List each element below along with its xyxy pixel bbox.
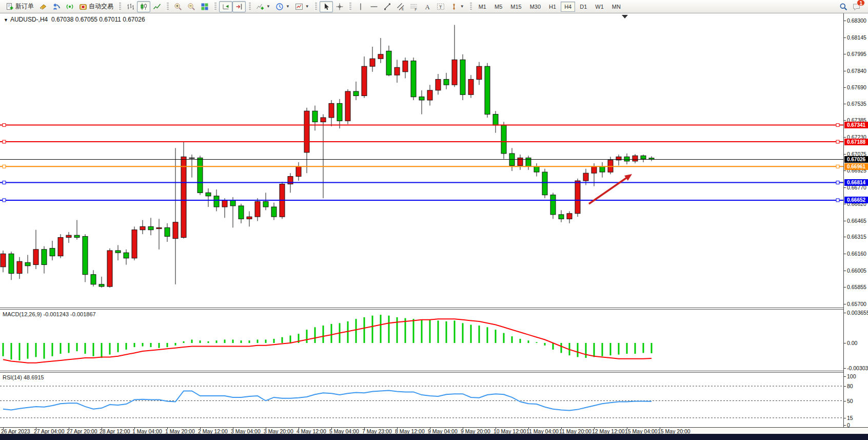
timeframe-m1[interactable]: M1: [475, 2, 490, 12]
horizontal-line-object[interactable]: [0, 181, 843, 184]
hline-price-tag[interactable]: 0.67341: [844, 122, 868, 128]
macd-histogram: [3, 315, 652, 360]
horizontal-line-object[interactable]: [0, 140, 843, 143]
axis-tick-label: 0.67535: [847, 101, 866, 107]
timeframe-m30[interactable]: M30: [526, 2, 544, 12]
toolbar-separator: [119, 3, 121, 11]
date-axis: 26 Apr 202327 Apr 04:0027 Apr 20:0028 Ap…: [0, 427, 868, 434]
cursor-button[interactable]: [320, 1, 333, 12]
axis-tick-label: 0.67690: [847, 84, 866, 90]
chevron-down-icon: ▼: [305, 4, 309, 9]
toolbar-separator: [349, 3, 351, 11]
equidistant-channel-button[interactable]: E: [394, 1, 407, 12]
axis-tick-label: -0.00303: [847, 365, 868, 371]
vertical-line-icon: [357, 3, 365, 11]
zoom-in-button[interactable]: [171, 1, 185, 12]
collapse-arrow-icon[interactable]: ▼: [4, 17, 8, 23]
axis-tick-label: 100: [847, 373, 856, 379]
chart-shift-marker-icon[interactable]: [622, 15, 628, 18]
autotrade-button[interactable]: 自动交易: [76, 1, 116, 12]
signal-icon: [66, 3, 74, 11]
signals-button[interactable]: [63, 1, 76, 12]
indicators-button[interactable]: ▼: [253, 1, 273, 12]
axis-tick-label: 80: [847, 383, 853, 389]
axis-tick-label: 0.68300: [847, 17, 866, 24]
auto-scroll-button[interactable]: [219, 1, 232, 12]
line-mode-icon: [153, 3, 161, 11]
timeframe-group: M1M5M15M30H1H4D1W1MN: [475, 0, 625, 13]
timeframe-d1[interactable]: D1: [576, 2, 590, 12]
text-button[interactable]: A: [421, 1, 434, 12]
trendline-button[interactable]: [381, 1, 394, 12]
hline-price-tag[interactable]: 0.66961: [844, 163, 868, 170]
macd-indicator-label: MACD(12,26,9) -0.001243 -0.001867: [3, 311, 96, 317]
axis-tick-label: 0.00: [847, 340, 857, 346]
timeframe-m15[interactable]: M15: [507, 2, 525, 12]
timeframe-w1[interactable]: W1: [591, 2, 607, 12]
crosshair-icon: [336, 3, 344, 11]
autotrade-icon: [79, 3, 87, 11]
timeframe-h4[interactable]: H4: [561, 2, 575, 12]
line-chart-mode-button[interactable]: [150, 1, 164, 12]
chevron-down-icon: ▼: [460, 4, 464, 9]
horn-icon: [39, 3, 47, 11]
tile-windows-button[interactable]: [198, 1, 211, 12]
hline-price-tag[interactable]: 0.66652: [844, 197, 868, 203]
candlestick-mode-button[interactable]: [137, 1, 150, 12]
price-chart-panel[interactable]: ▼AUDUSD-,H4 0.67038 0.67055 0.67011 0.67…: [0, 13, 843, 308]
axis-tick-label: 0.66005: [847, 267, 866, 274]
horizontal-line-object[interactable]: [0, 199, 843, 202]
editor-icon: [52, 3, 61, 11]
arrows-button[interactable]: ▼: [447, 1, 467, 12]
zoom-in-icon: [174, 3, 182, 11]
svg-text:E: E: [402, 7, 404, 10]
symbol-period-label: AUDUSD-,H4: [10, 16, 48, 23]
zoom-out-icon: [187, 3, 195, 11]
timeframe-h1[interactable]: H1: [545, 2, 560, 12]
text-label-icon: T: [437, 3, 445, 11]
axis-tick-label: 0.66465: [847, 218, 866, 224]
search-button[interactable]: [839, 3, 847, 11]
macd-chart: [0, 310, 843, 371]
chart-symbol-title: ▼AUDUSD-,H4 0.67038 0.67055 0.67011 0.67…: [4, 16, 145, 23]
timeframe-m5[interactable]: M5: [491, 2, 506, 12]
chevron-down-icon: ▼: [266, 4, 270, 9]
new-order-button[interactable]: 新订单: [3, 1, 36, 12]
axis-tick-label: 0.65700: [847, 301, 866, 307]
axis-tick-label: 0.66315: [847, 234, 866, 240]
candlesticks-layer: [1, 25, 654, 288]
bottom-window-edge: [0, 434, 868, 440]
hline-price-tag[interactable]: 0.67188: [844, 139, 868, 145]
macd-signal-line: [3, 319, 652, 363]
trend-arrow-annotation[interactable]: [589, 174, 632, 204]
bar-chart-mode-button[interactable]: [124, 1, 137, 12]
tile-windows-icon: [201, 3, 209, 11]
fibonacci-button[interactable]: F: [407, 1, 421, 12]
fibonacci-icon: F: [410, 3, 418, 11]
macd-panel[interactable]: MACD(12,26,9) -0.001243 -0.001867: [0, 310, 843, 371]
templates-icon: [295, 3, 303, 11]
svg-text:A: A: [425, 3, 430, 10]
templates-button[interactable]: ▼: [292, 1, 312, 12]
timeframe-mn[interactable]: MN: [608, 2, 624, 12]
horizontal-line-object[interactable]: [0, 165, 843, 168]
trendline-icon: [383, 3, 391, 11]
indicators-icon: [256, 3, 264, 11]
market-watch-button[interactable]: [36, 1, 50, 12]
horizontal-line-object[interactable]: [0, 124, 843, 127]
hline-price-tag[interactable]: 0.66814: [844, 179, 868, 186]
chart-shift-button[interactable]: [232, 1, 246, 12]
zoom-out-button[interactable]: [185, 1, 198, 12]
vertical-line-button[interactable]: [354, 1, 367, 12]
chat-button[interactable]: 1: [853, 3, 861, 11]
horizontal-line-button[interactable]: [367, 1, 381, 12]
rsi-panel[interactable]: RSI(14) 48.6915: [0, 373, 843, 427]
periods-button[interactable]: ▼: [273, 1, 292, 12]
candlestick-chart[interactable]: [0, 13, 843, 308]
metaeditor-button[interactable]: [50, 1, 63, 12]
text-label-button[interactable]: T: [434, 1, 447, 12]
axis-tick-label: 0.67995: [847, 51, 866, 57]
new-order-icon: [6, 3, 14, 11]
crosshair-button[interactable]: [333, 1, 346, 12]
text-a-icon: A: [423, 3, 431, 11]
